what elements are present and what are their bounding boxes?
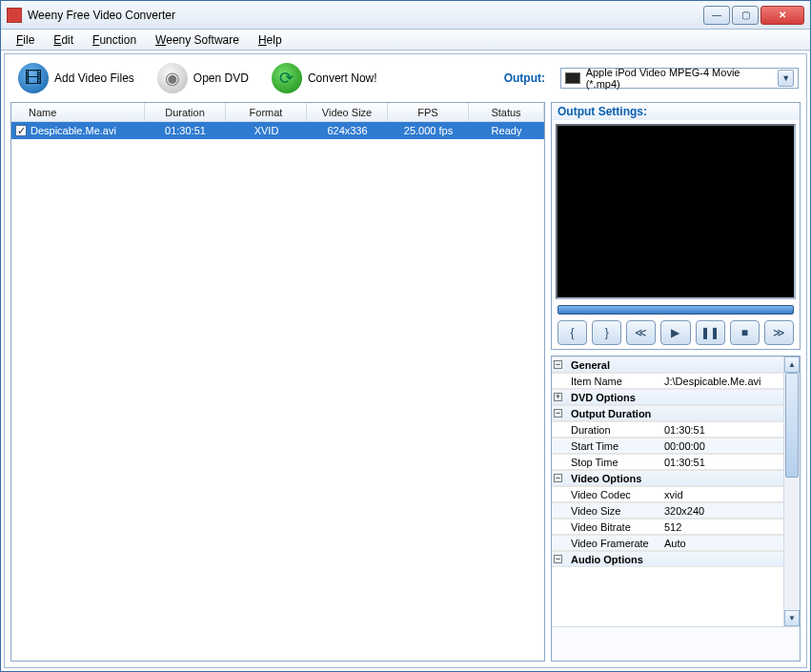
property-list[interactable]: −GeneralItem NameJ:\Despicable.Me.avi+DV… [552, 356, 783, 626]
property-section[interactable]: −Output Duration [552, 405, 783, 421]
property-row[interactable]: Video Codecxvid [552, 486, 783, 502]
file-list: Name Duration Format Video Size FPS Stat… [10, 102, 545, 662]
format-icon [565, 72, 580, 84]
maximize-button[interactable]: ▢ [732, 6, 759, 25]
scroll-up-button[interactable]: ▲ [784, 356, 800, 373]
pause-button[interactable]: ❚❚ [696, 320, 725, 345]
preview-group: Output Settings: { } ≪ ▶ ❚❚ ■ ≫ [551, 102, 801, 350]
property-section[interactable]: −Video Options [552, 470, 783, 486]
col-duration[interactable]: Duration [145, 103, 226, 121]
rewind-button[interactable]: ≪ [626, 320, 656, 345]
property-name: Start Time [569, 440, 664, 452]
property-value[interactable]: 320x240 [664, 505, 783, 517]
property-section[interactable]: −Audio Options [552, 551, 783, 567]
property-section[interactable]: −General [552, 356, 783, 373]
play-button[interactable]: ▶ [660, 320, 690, 345]
preview-controls: { } ≪ ▶ ❚❚ ■ ≫ [556, 320, 796, 345]
expand-toggle-icon[interactable]: + [554, 393, 562, 401]
open-dvd-button[interactable]: ◉ Open DVD [152, 61, 254, 95]
settings-group: −GeneralItem NameJ:\Despicable.Me.avi+DV… [551, 356, 801, 662]
property-description-box [552, 626, 800, 661]
dvd-icon: ◉ [157, 63, 188, 93]
chevron-down-icon: ▼ [778, 70, 794, 87]
col-format[interactable]: Format [226, 103, 307, 121]
convert-icon: ⟳ [272, 63, 302, 93]
preview-title: Output Settings: [552, 103, 800, 120]
property-name: Video Bitrate [569, 521, 664, 533]
property-name: Stop Time [569, 457, 664, 468]
convert-now-button[interactable]: ⟳ Convert Now! [266, 61, 383, 95]
preview-seek-slider[interactable] [558, 305, 794, 315]
film-reel-icon: 🎞 [18, 63, 49, 93]
property-row[interactable]: Video Size320x240 [552, 502, 783, 519]
property-name: Video Size [569, 505, 664, 517]
output-format-select[interactable]: Apple iPod Video MPEG-4 Movie (*.mp4) ▼ [560, 68, 799, 89]
property-row[interactable]: Video FramerateAuto [552, 535, 783, 551]
property-value[interactable]: Auto [664, 538, 783, 549]
toolbar: 🎞 Add Video Files ◉ Open DVD ⟳ Convert N… [5, 54, 806, 102]
mark-out-button[interactable]: } [592, 320, 621, 345]
property-row[interactable]: Duration01:30:51 [552, 421, 783, 438]
expand-toggle-icon[interactable]: − [554, 555, 562, 563]
property-row[interactable]: Item NameJ:\Despicable.Me.avi [552, 373, 783, 389]
menu-help[interactable]: Help [251, 31, 290, 49]
property-section[interactable]: +DVD Options [552, 389, 783, 405]
row-format: XVID [226, 122, 307, 139]
row-name: Despicable.Me.avi [30, 125, 116, 136]
property-row[interactable]: Start Time00:00:00 [552, 438, 783, 454]
row-duration: 01:30:51 [145, 122, 226, 139]
menu-file[interactable]: File [9, 31, 42, 49]
forward-button[interactable]: ≫ [764, 320, 794, 345]
window-title: Weeny Free Video Converter [28, 9, 175, 22]
titlebar[interactable]: Weeny Free Video Converter — ▢ ✕ [1, 1, 810, 30]
minimize-button[interactable]: — [703, 6, 730, 25]
row-status: Ready [469, 122, 544, 139]
expand-toggle-icon[interactable]: − [554, 409, 562, 417]
property-name: Output Duration [569, 408, 664, 419]
file-list-header: Name Duration Format Video Size FPS Stat… [11, 103, 544, 122]
add-video-files-button[interactable]: 🎞 Add Video Files [12, 61, 140, 95]
property-value[interactable]: 01:30:51 [664, 457, 783, 468]
property-name: DVD Options [569, 392, 664, 403]
expand-toggle-icon[interactable]: − [554, 360, 562, 369]
property-name: Item Name [569, 376, 664, 387]
stop-button[interactable]: ■ [730, 320, 760, 345]
app-icon [7, 8, 22, 23]
col-status[interactable]: Status [469, 103, 544, 121]
row-fps: 25.000 fps [388, 122, 469, 139]
property-value[interactable]: 01:30:51 [664, 424, 783, 436]
property-value[interactable]: xvid [664, 489, 783, 500]
output-format-value: Apple iPod Video MPEG-4 Movie (*.mp4) [586, 67, 773, 90]
expand-toggle-icon[interactable]: − [554, 474, 562, 482]
mark-in-button[interactable]: { [558, 320, 587, 345]
menu-function[interactable]: Function [85, 31, 144, 49]
col-fps[interactable]: FPS [388, 103, 469, 121]
row-checkbox[interactable]: ✓ [15, 125, 27, 136]
file-list-row[interactable]: ✓ Despicable.Me.avi 01:30:51 XVID 624x33… [11, 122, 544, 139]
scroll-thumb[interactable] [785, 373, 799, 478]
property-value[interactable]: J:\Despicable.Me.avi [664, 376, 783, 387]
property-name: Video Codec [569, 489, 664, 500]
property-row[interactable]: Stop Time01:30:51 [552, 454, 783, 470]
property-row[interactable]: Video Bitrate512 [552, 519, 783, 535]
property-name: Video Options [569, 473, 664, 484]
settings-scrollbar[interactable]: ▲ ▼ [783, 356, 800, 626]
menu-edit[interactable]: Edit [46, 31, 81, 49]
output-label: Output: [504, 71, 545, 85]
menu-weeny-software[interactable]: Weeny Software [148, 31, 247, 49]
open-dvd-label: Open DVD [193, 71, 249, 85]
preview-screen[interactable] [556, 124, 796, 299]
row-size: 624x336 [307, 122, 388, 139]
col-size[interactable]: Video Size [307, 103, 388, 121]
property-name: Audio Options [569, 554, 664, 565]
scroll-down-button[interactable]: ▼ [784, 610, 800, 626]
add-video-label: Add Video Files [54, 71, 134, 85]
menubar: File Edit Function Weeny Software Help [1, 30, 810, 51]
property-name: Video Framerate [569, 538, 664, 549]
property-value[interactable]: 512 [664, 521, 783, 533]
property-value[interactable]: 00:00:00 [664, 440, 783, 452]
convert-now-label: Convert Now! [308, 71, 377, 85]
property-name: General [569, 359, 664, 371]
col-name[interactable]: Name [11, 103, 145, 121]
close-button[interactable]: ✕ [760, 6, 804, 25]
